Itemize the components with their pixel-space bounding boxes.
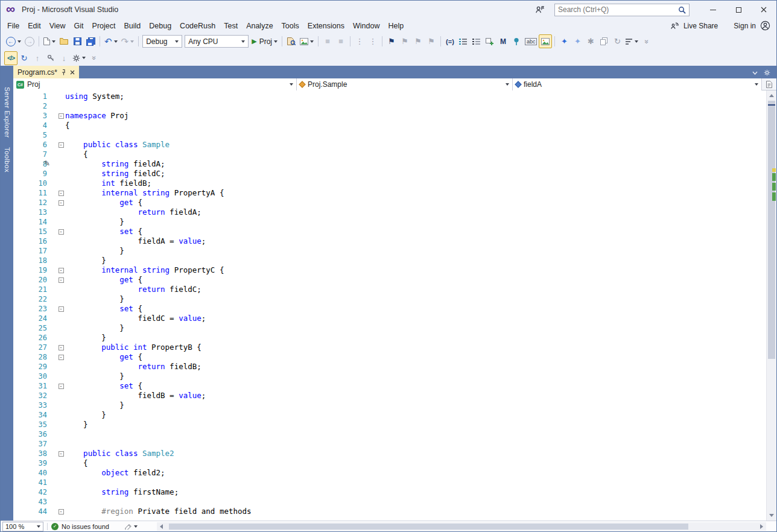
rich-comments-button[interactable] [539, 34, 552, 48]
code-line[interactable]: 8✎ string fieldA; [13, 159, 766, 169]
code-line[interactable]: 10 int fieldB; [13, 179, 766, 188]
code-line[interactable]: 39 { [13, 458, 766, 468]
live-share-button[interactable]: Live Share [683, 22, 718, 30]
user-account-icon[interactable] [760, 21, 770, 31]
toolbar-overflow-button-2[interactable]: » [87, 51, 101, 65]
start-debugging-button[interactable]: ▶Proj [250, 34, 279, 48]
code-line[interactable]: 17 } [13, 246, 766, 256]
open-file-button[interactable] [57, 34, 71, 48]
scroll-up-button[interactable] [767, 90, 776, 101]
fold-toggle[interactable]: - [57, 381, 65, 391]
navigate-pin-button[interactable] [510, 34, 523, 48]
menu-item-edit[interactable]: Edit [24, 20, 45, 32]
vertical-scrollbar[interactable] [766, 90, 776, 521]
toggle-bookmark-button[interactable]: ⚑ [385, 34, 398, 48]
fold-toggle[interactable]: - [57, 507, 65, 516]
code-line[interactable]: 24 fieldC = value; [13, 314, 766, 323]
menu-item-debug[interactable]: Debug [145, 20, 176, 32]
tool-window-tab-server-explorer[interactable]: Server Explorer [4, 82, 11, 142]
save-all-button[interactable] [84, 34, 97, 48]
code-line[interactable]: 37 [13, 439, 766, 449]
refresh-code-button[interactable]: ↻ [610, 34, 624, 48]
code-line[interactable]: 22 } [13, 294, 766, 304]
code-line[interactable]: 27- public int PropertyB { [13, 343, 766, 352]
refresh-button[interactable]: ↻ [17, 51, 31, 65]
horizontal-scrollbar[interactable] [157, 522, 766, 531]
fold-toggle[interactable]: - [57, 188, 65, 198]
indent-decrease-button[interactable]: ≡ [321, 34, 334, 48]
minimize-button[interactable] [700, 1, 726, 19]
menu-item-extensions[interactable]: Extensions [303, 20, 349, 32]
coderush-button[interactable]: </> [4, 51, 17, 65]
code-line[interactable]: 41 [13, 478, 766, 487]
undo-button[interactable]: ↶ [103, 34, 119, 48]
fold-toggle[interactable]: - [57, 227, 65, 236]
fold-toggle[interactable]: - [57, 140, 65, 150]
menu-item-git[interactable]: Git [70, 20, 88, 32]
add-member-button[interactable] [483, 34, 496, 48]
send-feedback-icon[interactable] [533, 3, 546, 16]
zoom-level-combo[interactable]: 100 % [2, 522, 43, 531]
menu-item-view[interactable]: View [45, 20, 70, 32]
close-tab-icon[interactable] [70, 70, 75, 75]
code-line[interactable]: 20- get { [13, 275, 766, 285]
previous-bookmark-button[interactable]: ⚑ [398, 34, 411, 48]
code-line[interactable]: 25 } [13, 323, 766, 333]
menu-item-analyze[interactable]: Analyze [242, 20, 277, 32]
menu-item-test[interactable]: Test [220, 20, 242, 32]
issues-filter-button[interactable] [125, 523, 138, 530]
horizontal-scrollbar-thumb[interactable] [169, 524, 688, 530]
menu-item-tools[interactable]: Tools [278, 20, 303, 32]
code-line[interactable]: 28- get { [13, 352, 766, 362]
fold-toggle[interactable]: - [57, 111, 65, 121]
code-line[interactable]: 43 [13, 497, 766, 507]
clear-bookmarks-button[interactable]: ⚑ [425, 34, 438, 48]
menu-item-build[interactable]: Build [119, 20, 145, 32]
code-cleanup-button[interactable]: ✦ [557, 34, 571, 48]
fold-toggle[interactable]: - [57, 449, 65, 458]
window-options-gear-icon[interactable] [764, 69, 770, 76]
code-line[interactable]: 6- public class Sample [13, 140, 766, 150]
code-line[interactable]: 3-namespace Proj [13, 111, 766, 121]
code-line[interactable]: 5 [13, 130, 766, 140]
markdown-preview-button[interactable]: M [496, 34, 510, 48]
organize-members-button[interactable] [624, 34, 640, 48]
fold-toggle[interactable]: - [57, 304, 65, 314]
code-line[interactable]: 13 return fieldA; [13, 207, 766, 217]
code-braces-button[interactable]: (=) [443, 34, 457, 48]
tab-program-cs[interactable]: Program.cs* [13, 66, 79, 78]
scroll-left-button[interactable] [157, 522, 166, 531]
image-preview-button[interactable] [298, 34, 316, 48]
code-line[interactable]: 12- get { [13, 198, 766, 207]
new-file-button[interactable] [42, 34, 57, 48]
quick-actions-button[interactable]: ✦ [571, 34, 584, 48]
fold-toggle[interactable]: - [57, 265, 65, 275]
code-line[interactable]: 2 [13, 101, 766, 111]
maximize-button[interactable] [726, 1, 751, 19]
fold-toggle[interactable]: - [57, 275, 65, 285]
scroll-right-button[interactable] [756, 522, 766, 531]
code-line[interactable]: 9 string fieldC; [13, 169, 766, 179]
move-up-button[interactable]: ↑ [31, 51, 44, 65]
code-line[interactable]: 18 } [13, 256, 766, 265]
close-button[interactable] [751, 1, 776, 19]
menu-item-project[interactable]: Project [88, 20, 120, 32]
fold-toggle[interactable]: - [57, 343, 65, 352]
navigate-forward-button[interactable]: → [23, 34, 36, 48]
code-line[interactable]: 26 } [13, 333, 766, 343]
code-line[interactable]: 32 fieldB = value; [13, 391, 766, 401]
save-button[interactable] [71, 34, 84, 48]
code-line[interactable]: 11- internal string PropertyA { [13, 188, 766, 198]
find-in-files-button[interactable] [285, 34, 298, 48]
code-line[interactable]: 30 } [13, 372, 766, 381]
code-line[interactable]: 4{ [13, 121, 766, 130]
scroll-down-button[interactable] [767, 510, 776, 521]
type-dropdown[interactable]: Proj.Sample [297, 78, 513, 90]
next-bookmark-button[interactable]: ⚑ [411, 34, 425, 48]
code-line[interactable]: 40 object field2; [13, 468, 766, 478]
comment-button[interactable]: ⋮ [353, 34, 366, 48]
scrollbar-track[interactable] [767, 101, 776, 510]
menu-item-help[interactable]: Help [384, 20, 408, 32]
coderush-settings-button[interactable] [71, 51, 87, 65]
code-line[interactable]: 29 return fieldB; [13, 362, 766, 372]
